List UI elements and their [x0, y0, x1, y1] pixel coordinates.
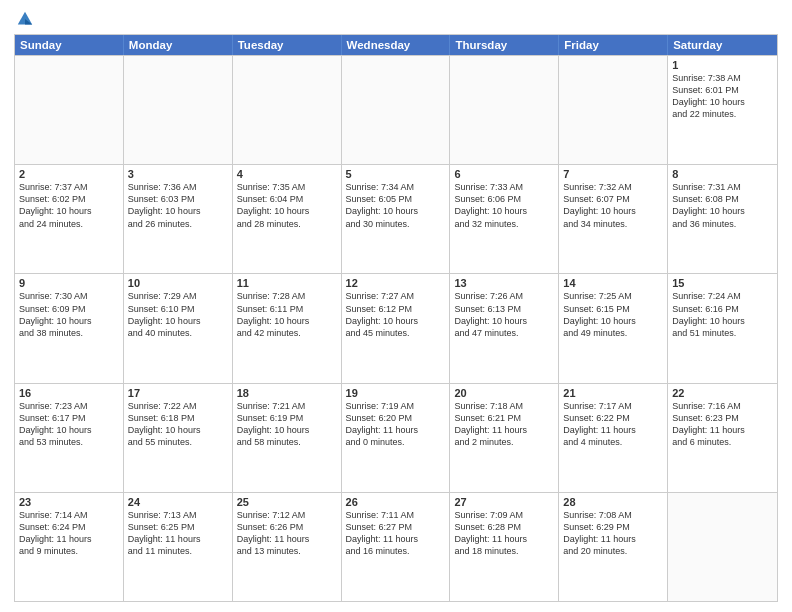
day-number: 19: [346, 387, 446, 399]
day-number: 3: [128, 168, 228, 180]
cal-cell-22: 22Sunrise: 7:16 AM Sunset: 6:23 PM Dayli…: [668, 384, 777, 492]
day-info: Sunrise: 7:26 AM Sunset: 6:13 PM Dayligh…: [454, 290, 554, 339]
cal-cell-10: 10Sunrise: 7:29 AM Sunset: 6:10 PM Dayli…: [124, 274, 233, 382]
cal-row-3: 16Sunrise: 7:23 AM Sunset: 6:17 PM Dayli…: [15, 383, 777, 492]
cal-cell-6: 6Sunrise: 7:33 AM Sunset: 6:06 PM Daylig…: [450, 165, 559, 273]
day-number: 11: [237, 277, 337, 289]
cal-cell-18: 18Sunrise: 7:21 AM Sunset: 6:19 PM Dayli…: [233, 384, 342, 492]
day-number: 28: [563, 496, 663, 508]
day-number: 1: [672, 59, 773, 71]
day-number: 16: [19, 387, 119, 399]
cal-header-sunday: Sunday: [15, 35, 124, 55]
day-info: Sunrise: 7:31 AM Sunset: 6:08 PM Dayligh…: [672, 181, 773, 230]
cal-cell-21: 21Sunrise: 7:17 AM Sunset: 6:22 PM Dayli…: [559, 384, 668, 492]
day-info: Sunrise: 7:34 AM Sunset: 6:05 PM Dayligh…: [346, 181, 446, 230]
day-info: Sunrise: 7:35 AM Sunset: 6:04 PM Dayligh…: [237, 181, 337, 230]
cal-cell-25: 25Sunrise: 7:12 AM Sunset: 6:26 PM Dayli…: [233, 493, 342, 601]
day-number: 18: [237, 387, 337, 399]
day-info: Sunrise: 7:19 AM Sunset: 6:20 PM Dayligh…: [346, 400, 446, 449]
day-number: 21: [563, 387, 663, 399]
cal-cell-7: 7Sunrise: 7:32 AM Sunset: 6:07 PM Daylig…: [559, 165, 668, 273]
day-info: Sunrise: 7:11 AM Sunset: 6:27 PM Dayligh…: [346, 509, 446, 558]
day-info: Sunrise: 7:30 AM Sunset: 6:09 PM Dayligh…: [19, 290, 119, 339]
day-info: Sunrise: 7:29 AM Sunset: 6:10 PM Dayligh…: [128, 290, 228, 339]
day-number: 10: [128, 277, 228, 289]
day-number: 6: [454, 168, 554, 180]
cal-cell-empty-0-3: [342, 56, 451, 164]
cal-header-wednesday: Wednesday: [342, 35, 451, 55]
cal-cell-24: 24Sunrise: 7:13 AM Sunset: 6:25 PM Dayli…: [124, 493, 233, 601]
day-number: 22: [672, 387, 773, 399]
day-info: Sunrise: 7:21 AM Sunset: 6:19 PM Dayligh…: [237, 400, 337, 449]
day-info: Sunrise: 7:23 AM Sunset: 6:17 PM Dayligh…: [19, 400, 119, 449]
day-info: Sunrise: 7:14 AM Sunset: 6:24 PM Dayligh…: [19, 509, 119, 558]
cal-header-thursday: Thursday: [450, 35, 559, 55]
cal-header-tuesday: Tuesday: [233, 35, 342, 55]
day-info: Sunrise: 7:37 AM Sunset: 6:02 PM Dayligh…: [19, 181, 119, 230]
day-number: 8: [672, 168, 773, 180]
day-info: Sunrise: 7:12 AM Sunset: 6:26 PM Dayligh…: [237, 509, 337, 558]
day-number: 2: [19, 168, 119, 180]
logo: [14, 14, 34, 28]
calendar-body: 1Sunrise: 7:38 AM Sunset: 6:01 PM Daylig…: [15, 55, 777, 601]
day-number: 26: [346, 496, 446, 508]
day-number: 27: [454, 496, 554, 508]
day-number: 24: [128, 496, 228, 508]
cal-cell-13: 13Sunrise: 7:26 AM Sunset: 6:13 PM Dayli…: [450, 274, 559, 382]
cal-cell-19: 19Sunrise: 7:19 AM Sunset: 6:20 PM Dayli…: [342, 384, 451, 492]
day-info: Sunrise: 7:27 AM Sunset: 6:12 PM Dayligh…: [346, 290, 446, 339]
day-info: Sunrise: 7:24 AM Sunset: 6:16 PM Dayligh…: [672, 290, 773, 339]
cal-row-2: 9Sunrise: 7:30 AM Sunset: 6:09 PM Daylig…: [15, 273, 777, 382]
cal-cell-empty-4-6: [668, 493, 777, 601]
cal-cell-14: 14Sunrise: 7:25 AM Sunset: 6:15 PM Dayli…: [559, 274, 668, 382]
cal-cell-17: 17Sunrise: 7:22 AM Sunset: 6:18 PM Dayli…: [124, 384, 233, 492]
cal-header-saturday: Saturday: [668, 35, 777, 55]
day-number: 12: [346, 277, 446, 289]
day-info: Sunrise: 7:09 AM Sunset: 6:28 PM Dayligh…: [454, 509, 554, 558]
cal-cell-3: 3Sunrise: 7:36 AM Sunset: 6:03 PM Daylig…: [124, 165, 233, 273]
day-info: Sunrise: 7:22 AM Sunset: 6:18 PM Dayligh…: [128, 400, 228, 449]
day-number: 17: [128, 387, 228, 399]
cal-cell-empty-0-2: [233, 56, 342, 164]
day-info: Sunrise: 7:08 AM Sunset: 6:29 PM Dayligh…: [563, 509, 663, 558]
logo-icon: [16, 10, 34, 28]
cal-cell-23: 23Sunrise: 7:14 AM Sunset: 6:24 PM Dayli…: [15, 493, 124, 601]
day-info: Sunrise: 7:28 AM Sunset: 6:11 PM Dayligh…: [237, 290, 337, 339]
header: [14, 10, 778, 28]
calendar: SundayMondayTuesdayWednesdayThursdayFrid…: [14, 34, 778, 602]
cal-cell-8: 8Sunrise: 7:31 AM Sunset: 6:08 PM Daylig…: [668, 165, 777, 273]
cal-cell-empty-0-0: [15, 56, 124, 164]
day-number: 14: [563, 277, 663, 289]
day-info: Sunrise: 7:36 AM Sunset: 6:03 PM Dayligh…: [128, 181, 228, 230]
day-info: Sunrise: 7:17 AM Sunset: 6:22 PM Dayligh…: [563, 400, 663, 449]
day-info: Sunrise: 7:25 AM Sunset: 6:15 PM Dayligh…: [563, 290, 663, 339]
calendar-header-row: SundayMondayTuesdayWednesdayThursdayFrid…: [15, 35, 777, 55]
cal-cell-26: 26Sunrise: 7:11 AM Sunset: 6:27 PM Dayli…: [342, 493, 451, 601]
day-info: Sunrise: 7:38 AM Sunset: 6:01 PM Dayligh…: [672, 72, 773, 121]
cal-cell-1: 1Sunrise: 7:38 AM Sunset: 6:01 PM Daylig…: [668, 56, 777, 164]
day-number: 5: [346, 168, 446, 180]
day-number: 15: [672, 277, 773, 289]
cal-cell-28: 28Sunrise: 7:08 AM Sunset: 6:29 PM Dayli…: [559, 493, 668, 601]
day-number: 23: [19, 496, 119, 508]
cal-cell-empty-0-1: [124, 56, 233, 164]
day-number: 25: [237, 496, 337, 508]
day-info: Sunrise: 7:33 AM Sunset: 6:06 PM Dayligh…: [454, 181, 554, 230]
cal-cell-20: 20Sunrise: 7:18 AM Sunset: 6:21 PM Dayli…: [450, 384, 559, 492]
cal-cell-empty-0-4: [450, 56, 559, 164]
cal-cell-15: 15Sunrise: 7:24 AM Sunset: 6:16 PM Dayli…: [668, 274, 777, 382]
cal-header-monday: Monday: [124, 35, 233, 55]
day-info: Sunrise: 7:18 AM Sunset: 6:21 PM Dayligh…: [454, 400, 554, 449]
cal-row-4: 23Sunrise: 7:14 AM Sunset: 6:24 PM Dayli…: [15, 492, 777, 601]
day-info: Sunrise: 7:16 AM Sunset: 6:23 PM Dayligh…: [672, 400, 773, 449]
cal-cell-9: 9Sunrise: 7:30 AM Sunset: 6:09 PM Daylig…: [15, 274, 124, 382]
day-number: 20: [454, 387, 554, 399]
cal-cell-5: 5Sunrise: 7:34 AM Sunset: 6:05 PM Daylig…: [342, 165, 451, 273]
day-number: 9: [19, 277, 119, 289]
cal-row-1: 2Sunrise: 7:37 AM Sunset: 6:02 PM Daylig…: [15, 164, 777, 273]
day-info: Sunrise: 7:13 AM Sunset: 6:25 PM Dayligh…: [128, 509, 228, 558]
cal-cell-11: 11Sunrise: 7:28 AM Sunset: 6:11 PM Dayli…: [233, 274, 342, 382]
day-number: 7: [563, 168, 663, 180]
cal-row-0: 1Sunrise: 7:38 AM Sunset: 6:01 PM Daylig…: [15, 55, 777, 164]
cal-cell-16: 16Sunrise: 7:23 AM Sunset: 6:17 PM Dayli…: [15, 384, 124, 492]
